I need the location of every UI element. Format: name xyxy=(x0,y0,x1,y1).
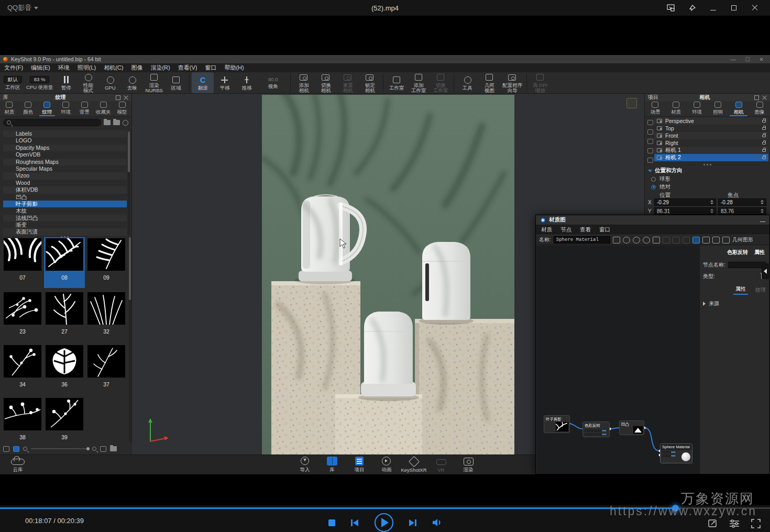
library-folder[interactable]: Vizoo xyxy=(3,172,127,179)
configurator-wizard-button[interactable]: 配置程序 向导 xyxy=(500,72,524,93)
find-camera-icon[interactable] xyxy=(647,120,653,125)
x-focus-input[interactable]: -0.28 xyxy=(718,198,766,206)
display-icon[interactable] xyxy=(647,158,653,163)
dolly-button[interactable]: 推移 xyxy=(236,72,258,93)
library-folder[interactable]: 木纹 xyxy=(3,207,127,214)
bump-node[interactable]: 凹凸 xyxy=(619,420,644,435)
ks-maximize-button[interactable]: ☐ xyxy=(745,57,750,62)
texture-thumbnail[interactable]: 39 xyxy=(44,397,85,448)
close-button[interactable] xyxy=(747,2,763,14)
library-folder[interactable]: 渐变 xyxy=(3,221,127,228)
tab-materials[interactable]: 材质 xyxy=(0,101,19,116)
reset-camera-button[interactable]: 重置 相机 xyxy=(337,72,359,93)
texture-thumbnail-selected[interactable]: 08 xyxy=(44,237,85,288)
tab-favorites[interactable]: 收藏夹 xyxy=(94,101,113,116)
source-section[interactable]: 来源 xyxy=(700,296,769,312)
library-toggle-button[interactable]: 库 xyxy=(318,455,346,475)
ks-close-button[interactable]: ✕ xyxy=(760,57,764,62)
split-icon[interactable] xyxy=(722,237,730,243)
texture-thumbnail[interactable]: 38 xyxy=(2,397,43,448)
material-node[interactable]: Sphere Material xyxy=(660,444,692,463)
target-icon[interactable] xyxy=(643,237,650,243)
spinner-icon[interactable] xyxy=(761,209,764,213)
lock-icon[interactable] xyxy=(762,120,766,123)
add-studio-button[interactable]: 添加 工作室 xyxy=(408,72,430,93)
splitter-handle[interactable] xyxy=(707,164,708,165)
animation-button[interactable]: 动画 xyxy=(373,455,400,475)
switch-camera-button[interactable]: 切换 相机 xyxy=(315,72,337,93)
tab-material[interactable]: 材质 xyxy=(666,101,687,116)
menu-edit[interactable]: 编辑(E) xyxy=(31,64,50,72)
menu-environment[interactable]: 环境 xyxy=(58,64,70,72)
viewport-corner-icon[interactable] xyxy=(626,98,637,108)
grid-view-icon[interactable] xyxy=(13,446,19,452)
library-folder[interactable]: Specular Maps xyxy=(3,165,127,172)
lock-icon[interactable] xyxy=(762,135,766,137)
geometry-view-button[interactable]: 几何 视图 xyxy=(478,72,500,93)
menu-file[interactable]: 文件(F) xyxy=(4,64,23,72)
color-invert-node[interactable]: 色彩反转 xyxy=(582,422,610,437)
material-graph-titlebar[interactable]: 材质图 xyxy=(536,215,769,225)
y-focus-input[interactable]: 83.76 xyxy=(718,207,766,215)
sphere-node-icon[interactable] xyxy=(623,237,630,243)
render-button[interactable]: 渲染 xyxy=(455,455,482,475)
menu-window[interactable]: 窗口 xyxy=(205,64,216,72)
position-section-header[interactable]: 位置和方向 xyxy=(648,167,683,174)
refresh-icon[interactable] xyxy=(123,120,128,126)
library-folder-selected[interactable]: 叶子剪影 xyxy=(3,201,127,207)
menu-help[interactable]: 帮助(H) xyxy=(224,64,244,72)
library-folder[interactable]: 体积VDB xyxy=(3,186,127,193)
import-button[interactable]: 导入 xyxy=(291,455,318,475)
tab-camera[interactable]: 相机 xyxy=(728,101,749,116)
play-button[interactable] xyxy=(374,513,394,532)
performance-mode-button[interactable]: 性能 模式 xyxy=(77,72,99,93)
tab-environments[interactable]: 环境 xyxy=(57,101,75,116)
spherical-radio[interactable]: 球形 xyxy=(651,175,670,183)
project-toggle-button[interactable]: 项目 xyxy=(346,455,373,475)
cloud-library-button[interactable]: 云库 xyxy=(7,457,28,473)
region-button[interactable]: 区域 xyxy=(165,72,187,93)
library-folder[interactable]: 表面污渍 xyxy=(3,228,127,235)
fullscreen-button[interactable] xyxy=(751,519,761,528)
spinner-icon[interactable] xyxy=(710,200,713,204)
mg-menu-view[interactable]: 查看 xyxy=(580,226,591,234)
search-input[interactable] xyxy=(3,119,101,126)
maximize-button[interactable] xyxy=(726,2,742,14)
mg-menu-material[interactable]: 材质 xyxy=(541,226,552,234)
tab-colors[interactable]: 颜色 xyxy=(19,101,38,116)
tab-properties[interactable]: 属性 xyxy=(733,285,748,295)
cpu-usage-control[interactable]: 83 % CPU 使用量 xyxy=(24,72,55,93)
levels-icon[interactable] xyxy=(653,237,660,243)
tab-textures[interactable]: 纹理 xyxy=(755,286,766,294)
tab-image[interactable]: 图像 xyxy=(749,101,770,116)
workspace-select[interactable]: 默认 工作区 xyxy=(2,72,24,93)
zoom-100-icon[interactable] xyxy=(712,237,720,243)
studio-button[interactable]: 工作室 xyxy=(386,72,408,93)
zoom-out-icon[interactable] xyxy=(23,447,27,451)
node-name-input[interactable] xyxy=(728,262,766,268)
show-nodes-icon[interactable] xyxy=(692,237,700,243)
upload-icon[interactable] xyxy=(100,446,106,452)
tumble-button[interactable]: C翻滚 xyxy=(192,72,214,93)
half-sphere-icon[interactable] xyxy=(633,237,640,243)
geometry-button[interactable]: 几何图形 xyxy=(732,236,753,243)
y-position-input[interactable]: 86.31 xyxy=(654,207,716,215)
panel-close-icon[interactable] xyxy=(762,95,767,100)
menu-lighting[interactable]: 照明(L) xyxy=(78,64,96,72)
folder-icon[interactable] xyxy=(104,120,111,125)
denoise-button[interactable]: 去噪 xyxy=(121,72,143,93)
volume-button[interactable] xyxy=(432,518,442,527)
thumbnail-size-slider[interactable] xyxy=(31,448,89,449)
texture-thumbnail[interactable]: 27 xyxy=(44,291,85,342)
pin-button[interactable] xyxy=(684,2,700,14)
panel-close-icon[interactable] xyxy=(124,95,128,100)
lock-icon[interactable] xyxy=(762,142,766,145)
lock-icon[interactable] xyxy=(762,127,766,130)
render-nurbs-button[interactable]: 渲染 NURBS xyxy=(143,72,165,93)
add-folder-icon[interactable] xyxy=(113,120,120,125)
library-folder[interactable]: 凹凸 xyxy=(3,194,127,201)
folder-icon[interactable] xyxy=(110,446,117,451)
add-camera-button[interactable]: 添加 相机 xyxy=(293,72,315,93)
camera-item[interactable]: Front xyxy=(654,132,768,139)
zoom-in-icon[interactable] xyxy=(92,447,96,451)
